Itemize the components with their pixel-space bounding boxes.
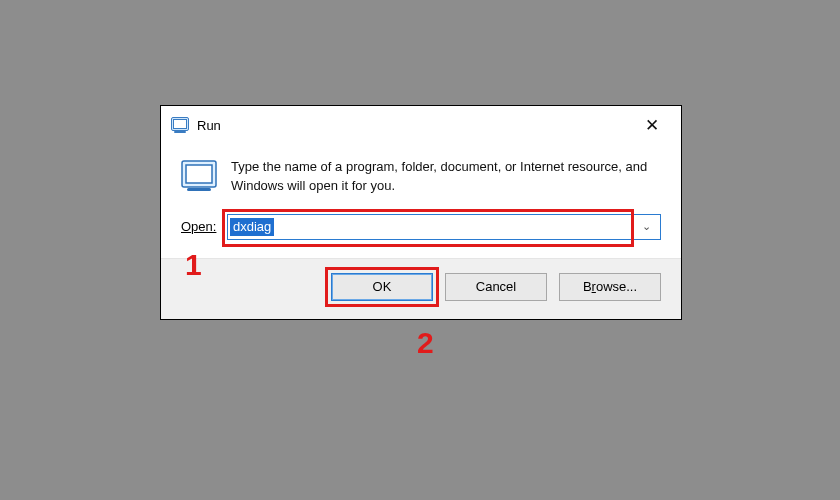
browse-post: owse... [596, 279, 637, 294]
ok-button[interactable]: OK [331, 273, 433, 301]
svg-rect-2 [174, 131, 186, 133]
run-dialog: Run ✕ Type the name of a program, folder… [160, 105, 682, 320]
annotation-box-1 [222, 209, 634, 247]
svg-rect-5 [187, 188, 211, 191]
stage: Run ✕ Type the name of a program, folder… [0, 0, 840, 500]
dialog-description: Type the name of a program, folder, docu… [231, 158, 661, 196]
open-combobox[interactable]: dxdiag ⌄ [227, 214, 661, 240]
ok-button-wrap: OK [331, 273, 433, 301]
run-icon [171, 116, 189, 134]
browse-pre: B [583, 279, 592, 294]
svg-rect-1 [174, 120, 187, 129]
svg-rect-4 [186, 165, 212, 183]
open-row: Open: dxdiag ⌄ [161, 208, 681, 258]
annotation-number-2: 2 [417, 326, 434, 360]
dialog-body: Type the name of a program, folder, docu… [161, 144, 681, 208]
titlebar: Run ✕ [161, 106, 681, 144]
close-button[interactable]: ✕ [629, 109, 675, 141]
dialog-footer: OK Cancel Browse... [161, 258, 681, 319]
open-input-value: dxdiag [230, 218, 274, 236]
open-label: Open: [181, 219, 227, 234]
program-icon [181, 158, 217, 194]
browse-button[interactable]: Browse... [559, 273, 661, 301]
window-title: Run [197, 118, 221, 133]
cancel-button[interactable]: Cancel [445, 273, 547, 301]
chevron-down-icon[interactable]: ⌄ [636, 215, 656, 239]
